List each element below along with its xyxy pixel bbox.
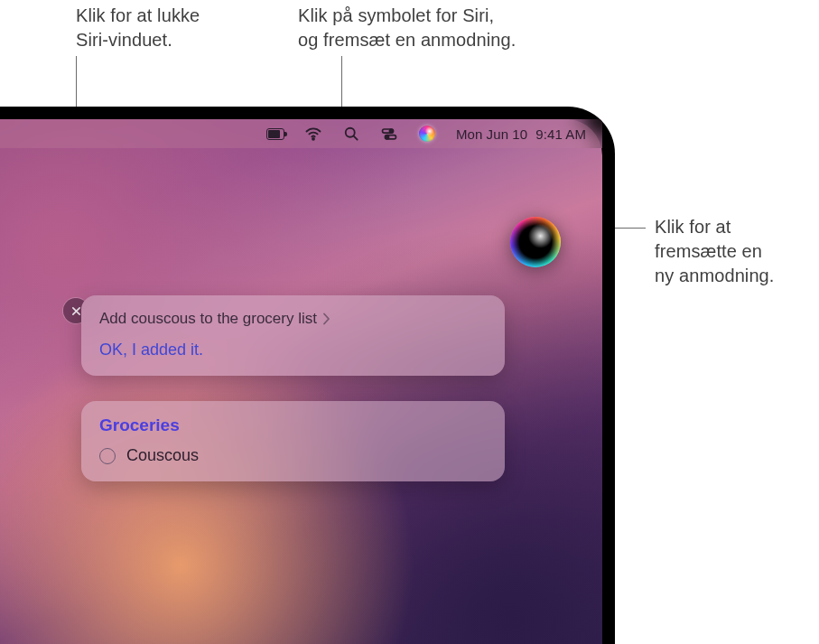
battery-icon[interactable] bbox=[266, 125, 284, 143]
close-icon bbox=[71, 306, 81, 316]
callout-orb: Klik for at fremsætte en ny anmodning. bbox=[655, 215, 775, 288]
reminder-item-text: Couscous bbox=[126, 446, 199, 465]
menubar: Mon Jun 10 9:41 AM bbox=[0, 119, 602, 148]
siri-response-text: OK, I added it. bbox=[99, 341, 487, 359]
reminders-item[interactable]: Couscous bbox=[99, 446, 487, 465]
siri-request-row[interactable]: Add couscous to the grocery list bbox=[99, 310, 487, 328]
menubar-time: 9:41 AM bbox=[535, 126, 586, 142]
control-center-icon[interactable] bbox=[380, 125, 398, 143]
callout-menubar-siri: Klik på symbolet for Siri, og fremsæt en… bbox=[298, 4, 516, 52]
reminders-list-title: Groceries bbox=[99, 415, 487, 435]
siri-orb[interactable] bbox=[510, 217, 561, 267]
reminder-checkbox[interactable] bbox=[99, 448, 116, 464]
siri-request-text: Add couscous to the grocery list bbox=[99, 310, 317, 328]
svg-point-5 bbox=[385, 135, 388, 139]
desktop: Mon Jun 10 9:41 AM Add couscous to the g… bbox=[0, 119, 602, 644]
svg-point-0 bbox=[312, 138, 314, 140]
callout-close: Klik for at lukke Siri-vinduet. bbox=[76, 4, 200, 52]
reminders-card[interactable]: Groceries Couscous bbox=[81, 401, 505, 481]
wifi-icon[interactable] bbox=[304, 125, 322, 143]
menubar-date: Mon Jun 10 bbox=[456, 126, 527, 142]
spotlight-icon[interactable] bbox=[342, 125, 360, 143]
device-frame: Mon Jun 10 9:41 AM Add couscous to the g… bbox=[0, 107, 615, 644]
callout-orb-text: Klik for at fremsætte en ny anmodning. bbox=[655, 217, 775, 285]
svg-point-3 bbox=[389, 129, 393, 133]
chevron-right-icon bbox=[322, 313, 330, 325]
menubar-clock[interactable]: Mon Jun 10 9:41 AM bbox=[456, 126, 586, 142]
callout-close-text: Klik for at lukke Siri-vinduet. bbox=[76, 5, 200, 50]
callout-menubar-siri-text: Klik på symbolet for Siri, og fremsæt en… bbox=[298, 5, 516, 50]
siri-response-card: Add couscous to the grocery list OK, I a… bbox=[81, 295, 505, 376]
siri-menubar-icon[interactable] bbox=[418, 125, 436, 143]
